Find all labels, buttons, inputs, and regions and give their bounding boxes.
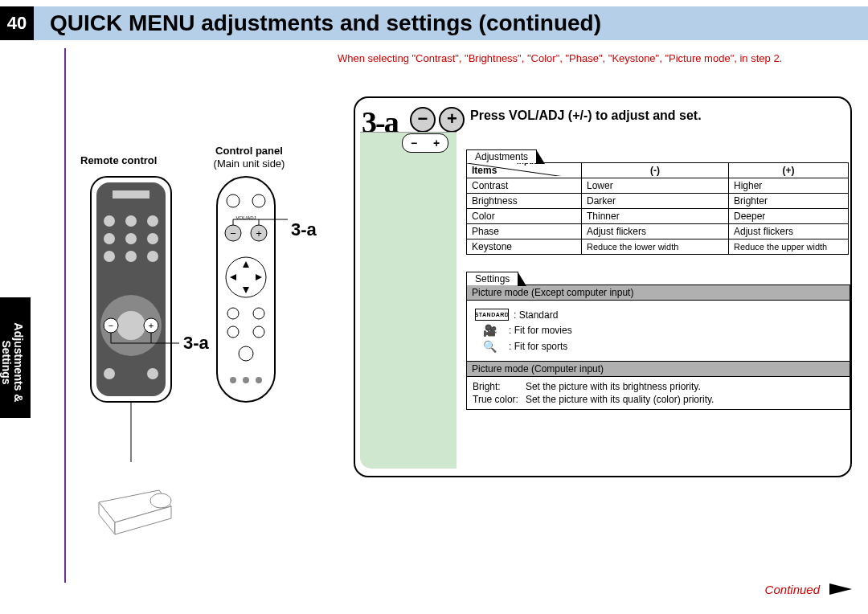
svg-point-44: [243, 377, 249, 383]
svg-point-41: [253, 326, 264, 338]
col-plus: (+): [729, 163, 849, 178]
pm-label: : Fit for sports: [509, 341, 567, 352]
svg-text:−: −: [230, 227, 236, 239]
pm2-desc: Set the picture with its brightness prio…: [525, 380, 721, 393]
svg-point-7: [125, 233, 137, 244]
picture-mode-except-header: Picture mode (Except computer input): [467, 285, 850, 301]
svg-point-26: [227, 194, 240, 207]
pm2-desc: Set the picture with its quality (color)…: [525, 393, 721, 406]
svg-point-10: [125, 251, 137, 262]
pm-row-sports: 🔍 : Fit for sports: [475, 340, 841, 353]
svg-point-40: [227, 326, 239, 338]
svg-point-11: [147, 251, 158, 262]
control-panel-illustration: − + VOL/ADJ: [209, 173, 289, 414]
svg-rect-1: [96, 182, 166, 396]
movie-icon: 🎥: [475, 324, 504, 337]
remote-label: Remote control: [80, 154, 157, 166]
svg-point-6: [104, 233, 115, 244]
sports-icon: 🔍: [475, 340, 504, 353]
pm-label: : Fit for movies: [509, 325, 572, 336]
svg-point-3: [104, 215, 115, 227]
header-strip: QUICK MENU adjustments and settings (con…: [34, 6, 868, 40]
margin-rule: [64, 48, 66, 583]
pm-row-standard: STANDARD : Standard: [475, 309, 841, 321]
svg-point-13: [117, 311, 145, 340]
pm-row-movies: 🎥 : Fit for movies: [475, 324, 841, 337]
panel-pointer-3a: 3-a: [291, 219, 317, 240]
panel-sublabel: (Main unit side): [201, 158, 297, 170]
svg-point-39: [253, 308, 264, 319]
step-green-sidebar: [360, 132, 457, 469]
remote-pointer-3a: 3-a: [183, 333, 209, 354]
panel-label: Control panel: [201, 145, 297, 157]
svg-point-9: [104, 251, 115, 262]
header-title: QUICK MENU adjustments and settings (con…: [50, 10, 601, 36]
svg-point-45: [256, 377, 262, 383]
table-row: BrightnessDarkerBrighter: [467, 194, 849, 209]
pm2-key: True color:: [472, 393, 525, 406]
picture-mode-except-body: STANDARD : Standard 🎥 : Fit for movies 🔍…: [467, 301, 850, 361]
remote-control-illustration: − +: [87, 173, 183, 542]
content-area: Adjustments Items Inputs (-) (+) Contras…: [466, 149, 852, 410]
step-title: Press VOL/ADJ (+/-) to adjust and set.: [470, 108, 702, 123]
picture-mode-computer-body: Bright:Set the picture with its brightne…: [467, 377, 850, 409]
svg-point-5: [147, 215, 158, 227]
col-minus: (-): [582, 163, 729, 178]
svg-point-38: [227, 308, 239, 319]
svg-text:+: +: [256, 227, 262, 239]
step-buttons-icons: − +: [410, 107, 465, 133]
panel-mini-icon: −+: [402, 133, 448, 153]
section-tab: Adjustments &Settings: [0, 297, 31, 418]
svg-point-42: [239, 346, 253, 361]
table-row: PhaseAdjust flickersAdjust flickers: [467, 224, 849, 239]
svg-point-27: [252, 194, 265, 207]
pm2-key: Bright:: [472, 380, 525, 393]
pm-label: : Standard: [514, 309, 558, 321]
svg-text:+: +: [149, 321, 154, 330]
section-tab-text: Adjustments &Settings: [0, 302, 24, 423]
left-rail: Adjustments &Settings: [0, 40, 34, 614]
settings-area: Settings Picture mode (Except computer i…: [466, 271, 852, 410]
svg-point-19: [147, 368, 158, 379]
table-row: ColorThinnerDeeper: [467, 209, 849, 224]
minus-icon: −: [410, 107, 436, 133]
page-number: 40: [0, 6, 34, 40]
table-row: KeystoneReduce the lower widthReduce the…: [467, 239, 849, 255]
svg-point-43: [230, 377, 236, 383]
svg-line-49: [467, 163, 563, 176]
intro-text: When selecting "Contrast", "Brightness",…: [338, 52, 852, 66]
continued-arrow-icon: [829, 583, 852, 595]
standard-icon: STANDARD: [475, 309, 509, 321]
picture-mode-computer-header: Picture mode (Computer input): [467, 361, 850, 377]
svg-point-21: [150, 493, 171, 508]
svg-point-18: [104, 368, 115, 379]
svg-rect-2: [113, 190, 149, 199]
continued-label: Continued: [765, 583, 820, 596]
adjustments-tab: Adjustments: [466, 149, 537, 163]
table-row: ContrastLowerHigher: [467, 178, 849, 194]
plus-icon: +: [439, 107, 465, 133]
svg-text:−: −: [108, 321, 113, 330]
settings-tab: Settings: [466, 272, 518, 285]
settings-box: Picture mode (Except computer input) STA…: [466, 284, 850, 410]
svg-point-8: [147, 233, 158, 244]
adjustments-table: Items Inputs (-) (+) ContrastLowerHigher…: [466, 162, 849, 255]
svg-point-4: [125, 215, 137, 227]
